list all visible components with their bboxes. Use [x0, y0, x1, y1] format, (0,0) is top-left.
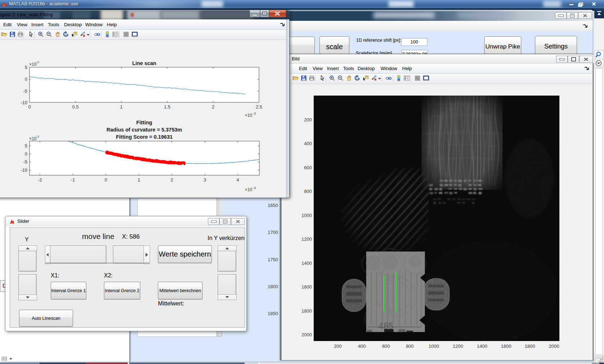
svg-text:0: 0 [25, 77, 27, 82]
svg-text:-3: -3 [253, 186, 256, 190]
svg-text:0: 0 [105, 177, 107, 183]
svg-text:Fitting: Fitting [136, 120, 152, 125]
svg-text:-1: -1 [71, 177, 75, 183]
svg-text:-5: -5 [23, 88, 27, 94]
svg-text:-5: -5 [23, 159, 27, 165]
svg-text:Line scan: Line scan [132, 60, 156, 66]
svg-text:×10: ×10 [29, 62, 37, 67]
svg-text:0: 0 [28, 104, 31, 110]
svg-text:-7: -7 [36, 135, 39, 139]
svg-text:5: 5 [25, 143, 27, 148]
svg-text:-7: -7 [36, 61, 39, 64]
svg-text:-10: -10 [21, 100, 27, 105]
svg-text:-10: -10 [21, 167, 27, 173]
svg-text:×10: ×10 [29, 136, 37, 141]
svg-text:2: 2 [171, 177, 173, 183]
svg-text:2.5: 2.5 [256, 104, 262, 110]
svg-text:3: 3 [204, 177, 206, 183]
svg-text:5: 5 [25, 65, 27, 70]
svg-text:-2: -2 [38, 177, 42, 183]
svg-text:0: 0 [25, 151, 27, 157]
svg-text:×10: ×10 [245, 187, 253, 192]
svg-text:Radius of curvature = 5.3753m: Radius of curvature = 5.3753m [106, 127, 182, 133]
svg-text:1: 1 [120, 104, 123, 110]
svg-text:1: 1 [137, 177, 140, 183]
svg-text:-3: -3 [253, 112, 256, 115]
svg-text:Fitting Score = 0.19631: Fitting Score = 0.19631 [116, 134, 173, 140]
svg-text:1.5: 1.5 [164, 104, 171, 110]
svg-text:0.5: 0.5 [72, 104, 79, 110]
svg-text:4: 4 [236, 177, 239, 183]
svg-text:2: 2 [212, 104, 214, 110]
svg-text:×10: ×10 [245, 113, 253, 118]
